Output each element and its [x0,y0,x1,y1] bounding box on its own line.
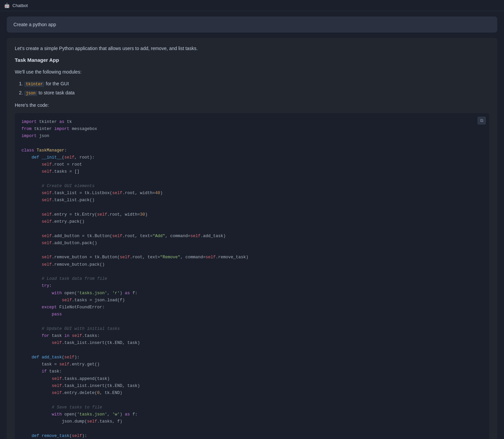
module-tkinter: tkinter [24,82,44,87]
response-intro: Let's create a simple Python application… [15,45,489,52]
copy-button[interactable]: ⧉ [477,117,486,125]
main-content: Create a python app Let's create a simpl… [0,11,504,439]
code-block-wrapper: ⧉ import tkinter as tk from tkinter impo… [15,113,489,439]
modules-intro: We'll use the following modules: [15,68,489,76]
module-item-1: tkinter for the GUI [24,80,489,88]
modules-list: tkinter for the GUI json to store task d… [15,80,489,97]
app-title: Task Manager App [15,56,489,64]
code-intro: Here's the code: [15,101,489,109]
user-message: Create a python app [7,16,497,33]
module-json: json [24,91,37,96]
module-item-2: json to store task data [24,89,489,97]
title-bar-label: Chatbot [12,3,28,8]
assistant-response: Let's create a simple Python application… [7,38,497,439]
code-block: import tkinter as tk from tkinter import… [15,113,489,439]
chatbot-icon: 🤖 [4,3,10,8]
title-bar: 🤖 Chatbot [0,0,504,11]
